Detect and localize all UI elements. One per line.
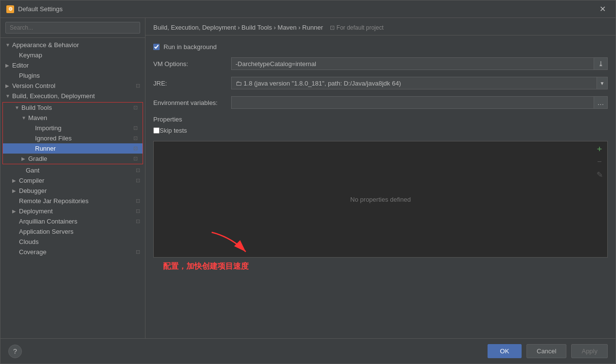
- sync-icon: ⊡: [136, 167, 140, 173]
- sidebar-item-debugger[interactable]: ▶ Debugger: [0, 186, 145, 196]
- sidebar-item-deployment[interactable]: ▶ Deployment ⊡: [0, 206, 145, 216]
- sidebar-item-app-servers[interactable]: Application Servers: [0, 226, 145, 237]
- skip-tests-row: Skip tests: [153, 127, 608, 134]
- sidebar-item-coverage[interactable]: Coverage ⊡: [0, 247, 145, 257]
- sidebar-item-gant[interactable]: Gant ⊡: [0, 165, 145, 175]
- sidebar-item-appearance[interactable]: ▼ Appearance & Behavior: [0, 40, 145, 50]
- sync-icon: ⊡: [136, 198, 140, 204]
- sidebar-item-label: Clouds: [19, 238, 38, 245]
- sidebar-item-compiler[interactable]: ▶ Compiler ⊡: [0, 175, 145, 186]
- footer: ? OK Cancel Apply: [0, 338, 616, 364]
- jre-dropdown-button[interactable]: ▼: [597, 77, 608, 89]
- sync-icon: ⊡: [136, 177, 140, 184]
- ok-button[interactable]: OK: [488, 344, 522, 358]
- sidebar-item-clouds[interactable]: Clouds: [0, 237, 145, 247]
- apply-button[interactable]: Apply: [571, 344, 608, 358]
- env-vars-row: Environment variables: …: [153, 96, 608, 109]
- spacer: [12, 249, 17, 255]
- env-vars-input-group: …: [231, 96, 608, 109]
- sidebar-item-plugins[interactable]: Plugins: [0, 70, 145, 81]
- sidebar-item-keymap[interactable]: Keymap: [0, 50, 145, 60]
- run-in-background-label: Run in background: [163, 43, 217, 51]
- app-icon: ⚙: [6, 5, 14, 13]
- sidebar-item-label: Gant: [26, 167, 39, 174]
- sidebar-item-importing[interactable]: Importing ⊡: [3, 123, 143, 133]
- sidebar-item-editor[interactable]: ▶ Editor: [0, 60, 145, 70]
- sidebar-item-ignored-files[interactable]: Ignored Files ⊡: [3, 133, 143, 143]
- expand-arrow: ▶: [21, 156, 26, 161]
- sync-icon: ⊡: [136, 249, 140, 255]
- env-vars-input[interactable]: [231, 96, 594, 109]
- close-button[interactable]: ✕: [596, 2, 610, 16]
- sidebar-item-build-exec[interactable]: ▼ Build, Execution, Deployment: [0, 91, 145, 101]
- vm-options-label: VM Options:: [153, 60, 231, 68]
- add-property-button[interactable]: +: [594, 143, 605, 155]
- annotation-arrow-svg: [182, 227, 280, 257]
- sync-icon: ⊡: [133, 156, 138, 162]
- expand-arrow: ▶: [5, 63, 10, 68]
- sidebar-item-runner[interactable]: Runner ⊡: [3, 143, 143, 154]
- nav-tree: ▼ Appearance & Behavior Keymap ▶ Editor …: [0, 38, 145, 338]
- spacer: [12, 229, 17, 234]
- sidebar-item-build-tools[interactable]: ▼ Build Tools ⊡: [3, 103, 143, 113]
- titlebar: ⚙ Default Settings ✕: [0, 0, 616, 18]
- jre-select[interactable]: 🗀 1.8 (java version "1.8.0_181", path: D…: [231, 77, 597, 89]
- env-vars-label: Environment variables:: [153, 99, 231, 106]
- expand-arrow: ▶: [12, 178, 17, 183]
- properties-toolbar: + − ✎: [594, 143, 605, 180]
- sync-icon: ⊡: [133, 104, 138, 111]
- spacer: [19, 168, 24, 173]
- sidebar-item-label: Plugins: [19, 72, 40, 79]
- sidebar: ▼ Appearance & Behavior Keymap ▶ Editor …: [0, 18, 145, 338]
- sync-icon: ⊡: [136, 218, 140, 225]
- spacer: [12, 198, 17, 204]
- sidebar-item-label: Debugger: [19, 187, 47, 194]
- help-button[interactable]: ?: [8, 345, 22, 358]
- sidebar-item-remote-jar[interactable]: Remote Jar Repositories ⊡: [0, 196, 145, 206]
- sidebar-item-label: Remote Jar Repositories: [19, 197, 89, 205]
- expand-arrow: [12, 52, 17, 58]
- sidebar-item-gradle[interactable]: ▶ Gradle ⊡: [3, 154, 143, 164]
- content-panel: Build, Execution, Deployment › Build Too…: [145, 18, 616, 338]
- cancel-button[interactable]: Cancel: [526, 344, 566, 358]
- annotation-container: No properties defined + − ✎: [153, 141, 608, 272]
- sidebar-item-label: Build, Execution, Deployment: [12, 92, 95, 100]
- run-in-background-row: Run in background: [153, 43, 608, 51]
- sidebar-item-label: Appearance & Behavior: [12, 41, 79, 49]
- edit-property-button[interactable]: ✎: [594, 169, 605, 180]
- spacer: [28, 125, 33, 131]
- sync-icon: ⊡: [133, 135, 138, 141]
- search-input[interactable]: [5, 22, 140, 34]
- remove-property-button[interactable]: −: [594, 156, 605, 168]
- vm-options-input[interactable]: [231, 57, 594, 70]
- sync-icon: ⊡: [133, 125, 138, 131]
- jre-row: JRE: 🗀 1.8 (java version "1.8.0_181", pa…: [153, 77, 608, 89]
- env-vars-browse-button[interactable]: …: [594, 96, 608, 109]
- sidebar-item-label: Version Control: [12, 82, 55, 89]
- copy-icon: ⊡: [133, 145, 138, 152]
- breadcrumb-path: Build, Execution, Deployment › Build Too…: [153, 24, 323, 31]
- skip-tests-checkbox[interactable]: [153, 127, 160, 134]
- run-in-background-checkbox[interactable]: [153, 44, 160, 50]
- vm-options-browse-button[interactable]: ⤓: [594, 57, 608, 70]
- breadcrumb: Build, Execution, Deployment › Build Too…: [145, 18, 616, 35]
- sidebar-item-maven[interactable]: ▼ Maven: [3, 113, 143, 123]
- sidebar-item-version-control[interactable]: ▶ Version Control ⊡: [0, 81, 145, 91]
- no-properties-message: No properties defined: [154, 167, 607, 232]
- sync-icon: ⊡: [136, 83, 140, 89]
- sidebar-item-label: Gradle: [28, 155, 47, 162]
- expand-arrow: ▼: [5, 93, 10, 99]
- spacer: [28, 146, 33, 151]
- expand-arrow: ▶: [5, 83, 10, 88]
- annotation-row: 配置，加快创建项目速度: [153, 261, 608, 272]
- spacer: [28, 136, 33, 141]
- vm-options-row: VM Options: ⤓: [153, 57, 608, 70]
- expand-arrow: ▼: [5, 42, 10, 48]
- sidebar-item-label: Compiler: [19, 177, 44, 184]
- sidebar-item-label: Ignored Files: [35, 135, 72, 142]
- build-tools-group: ▼ Build Tools ⊡ ▼ Maven Importing ⊡: [2, 102, 143, 164]
- sidebar-item-label: Editor: [12, 62, 29, 69]
- sidebar-item-arquillian[interactable]: Arquillian Containers ⊡: [0, 216, 145, 226]
- sidebar-item-label: Coverage: [19, 248, 46, 256]
- settings-window: ⚙ Default Settings ✕ ▼ Appearance & Beha…: [0, 0, 616, 364]
